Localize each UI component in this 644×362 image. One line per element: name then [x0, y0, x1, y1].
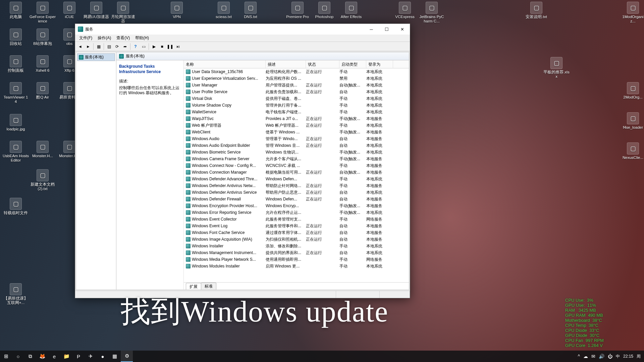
taskbar-app-services[interactable]: ⚙ — [121, 351, 133, 362]
desktop-icon[interactable]: ▢新建文本文档 (2).txt — [30, 169, 56, 191]
desktop-icon[interactable]: ▢Premiere Pro — [284, 2, 311, 19]
desktop-icon[interactable]: ▢网易UU加速器 — [83, 2, 109, 19]
desktop-icon[interactable]: ▢Xshell 6 — [30, 55, 56, 73]
taskbar-app-1[interactable]: 🦊 — [36, 351, 48, 362]
service-row[interactable]: Windows Connection Manager根据电脑当前可用...正在运… — [184, 169, 409, 176]
desktop-icon[interactable]: ▢此电脑 — [3, 2, 29, 19]
desktop-icon[interactable]: ▢月轮网游加速器 — [110, 2, 136, 23]
stop-service-button[interactable]: ■ — [158, 43, 166, 50]
show-hide-tree-button[interactable]: ▦ — [95, 43, 102, 50]
taskbar-app-5[interactable]: ✈ — [85, 351, 97, 362]
desktop-icon[interactable]: ▢2ModOrg... — [620, 82, 644, 100]
properties-button[interactable]: ▤ — [105, 43, 113, 50]
desktop-icon[interactable]: ▢VPN — [164, 2, 190, 19]
tray-onedrive-icon[interactable]: ☁ — [583, 354, 588, 359]
desktop-icon[interactable]: ▢【易班优课】互联网+... — [3, 283, 29, 305]
tray-volume-icon[interactable]: 🔊 — [599, 354, 604, 359]
help-button[interactable]: ? — [132, 43, 139, 50]
export-button[interactable]: ➦ — [121, 43, 129, 50]
taskbar-app-edge[interactable]: e — [48, 351, 60, 362]
desktop-icon[interactable]: ▢转载临时文件 — [3, 198, 29, 215]
service-row[interactable]: User Experience Virtualization Serv...为应… — [184, 75, 409, 82]
service-row[interactable]: Windows Error Reporting Service允许在程序停止运.… — [184, 209, 409, 216]
service-row[interactable]: Windows Modules Installer启用 Windows 更...… — [184, 263, 409, 269]
refresh-button[interactable]: ⟳ — [113, 43, 121, 50]
system-tray[interactable]: ^ ☁ ✉ 🔊 ⏻ 中 22:15 周 — [574, 354, 644, 359]
clock-date[interactable]: 周 — [637, 354, 641, 359]
service-row[interactable]: Windows Connect Now - Config R...WCNCSVC… — [184, 162, 409, 169]
desktop-icon[interactable]: ▢NexusClie... — [620, 142, 644, 160]
desktop-icon[interactable]: ▢UsbEAm Hosts Editor — [3, 141, 29, 163]
service-row[interactable]: Windows Audio Endpoint Builder管理 Windows… — [184, 142, 409, 149]
desktop-icon[interactable]: ▢TeamViewer 14 — [3, 82, 29, 104]
desktop-icon[interactable]: ▢DNS.txt — [237, 2, 264, 19]
service-row[interactable]: Windows Image Acquisition (WIA)为扫描仪和照相机.… — [184, 236, 409, 243]
service-row[interactable]: Windows Biometric ServiceWindows 生物识...手… — [184, 149, 409, 156]
ime-indicator[interactable]: 中 — [616, 354, 620, 359]
service-row[interactable]: WarpJITSvcProvides a JIT o...正在运行手动(触发..… — [184, 115, 409, 122]
desktop-icon[interactable]: ▢Photoshop — [311, 2, 337, 19]
col-desc[interactable]: 描述 — [266, 60, 306, 68]
desktop-icon[interactable]: ▢Monster.H... — [30, 141, 56, 158]
task-view-button[interactable]: ⧉ — [24, 351, 36, 362]
tab-extended[interactable]: 扩展 — [186, 283, 201, 290]
clock-time[interactable]: 22:15 — [623, 354, 633, 359]
desktop-icon[interactable]: ▢loadpic.jpg — [3, 114, 29, 131]
service-row[interactable]: Windows Installer添加、修改和删除...手动本地系统 — [184, 243, 409, 249]
tree-node-services-local[interactable]: 服务(本地) — [77, 53, 115, 61]
desktop-icon[interactable]: ▢酷Q Air — [30, 82, 56, 100]
service-row[interactable]: Windows Media Player Network S...使用通用即插即… — [184, 256, 409, 263]
desktop-icon[interactable]: ▢B站弹幕泡 — [30, 28, 56, 46]
tab-standard[interactable]: 标准 — [201, 283, 216, 290]
service-row[interactable]: Windows Defender Antivirus Netw...帮助防止针对… — [184, 182, 409, 189]
desktop-icon[interactable]: ▢安装说明.txt — [523, 2, 549, 19]
service-row[interactable]: Web 帐户管理器Web 帐户管理器...正在运行手动本地系统 — [184, 122, 409, 129]
desktop-icon[interactable]: ▢f4se_loader — [620, 112, 644, 130]
desktop-icon[interactable]: ▢scieas.txt — [211, 2, 237, 19]
unknown-button[interactable]: ▭ — [140, 43, 147, 50]
col-logon[interactable]: 登录为 — [366, 60, 393, 68]
col-startup[interactable]: 启动类型 — [339, 60, 366, 68]
desktop-icon[interactable]: ▢VCExpress — [392, 2, 418, 19]
desktop-icon[interactable]: ▢GeForce Experience — [30, 2, 56, 23]
close-button[interactable]: ✕ — [394, 24, 410, 35]
desktop-icon[interactable]: ▢iCUE — [56, 2, 83, 19]
restart-service-button[interactable]: ⏯ — [174, 43, 182, 50]
cortana-button[interactable]: ○ — [12, 351, 24, 362]
menu-help[interactable]: 帮助(H) — [132, 35, 152, 42]
forward-button[interactable]: ► — [85, 43, 92, 50]
minimize-button[interactable]: ─ — [364, 24, 379, 35]
desktop-icon[interactable]: ▢1ModOrganiz... — [620, 2, 644, 23]
col-status[interactable]: 状态 — [306, 60, 339, 68]
service-row[interactable]: Windows Event Log此服务管理事件和...正在运行自动本地服务 — [184, 223, 409, 229]
service-row[interactable]: User Data Storage_135c786处理结构化用户数...正在运行… — [184, 68, 409, 75]
service-row[interactable]: Windows Camera Frame Server允许多个客户端从...手动… — [184, 156, 409, 162]
desktop-icon[interactable]: ▢回收站 — [3, 28, 29, 46]
desktop-icon[interactable]: ▢平板的推荐.xlsx — [543, 57, 570, 79]
tray-power-icon[interactable]: ⏻ — [608, 354, 612, 359]
start-button[interactable]: ⊞ — [0, 351, 12, 362]
service-row[interactable]: Windows Defender FirewallWindows Defen..… — [184, 196, 409, 202]
desktop-icon[interactable]: ▢After Effects — [338, 2, 364, 19]
service-row[interactable]: Virtual Disk提供用于磁盘、卷...手动本地系统 — [184, 95, 409, 102]
tray-overflow-icon[interactable]: ^ — [578, 354, 580, 359]
service-row[interactable]: Windows Management Instrument...提供共同的界面和… — [184, 249, 409, 256]
pause-service-button[interactable]: ❚❚ — [166, 43, 174, 50]
menu-file[interactable]: 文件(F) — [76, 35, 95, 42]
service-row[interactable]: Windows Event Collector此服务将管理对支...手动网络服务 — [184, 216, 409, 223]
tray-network-icon[interactable]: ✉ — [591, 354, 595, 359]
menu-action[interactable]: 操作(A) — [95, 35, 114, 42]
start-service-button[interactable]: ▶ — [150, 43, 158, 50]
titlebar[interactable]: 服务 ─ ☐ ✕ — [75, 24, 410, 35]
service-rows[interactable]: User Data Storage_135c786处理结构化用户数...正在运行… — [184, 68, 409, 282]
maximize-button[interactable]: ☐ — [379, 24, 394, 35]
col-name[interactable]: 名称 — [184, 60, 266, 68]
taskbar-app-6[interactable]: ● — [97, 351, 109, 362]
service-row[interactable]: Windows Audio管理基于 Windo...正在运行自动本地服务 — [184, 135, 409, 142]
desktop-icon[interactable]: ▢JetBrains PyCharm C... — [419, 2, 445, 23]
taskbar-app-4[interactable]: P — [72, 351, 85, 362]
service-row[interactable]: Windows Encryption Provider Host...Windo… — [184, 202, 409, 209]
service-row[interactable]: Windows Defender Advanced Thre...Windows… — [184, 176, 409, 182]
service-row[interactable]: WalletService电子钱包客户端使...手动本地系统 — [184, 109, 409, 115]
service-row[interactable]: Volume Shadow Copy管理并执行用于备...手动本地系统 — [184, 102, 409, 109]
